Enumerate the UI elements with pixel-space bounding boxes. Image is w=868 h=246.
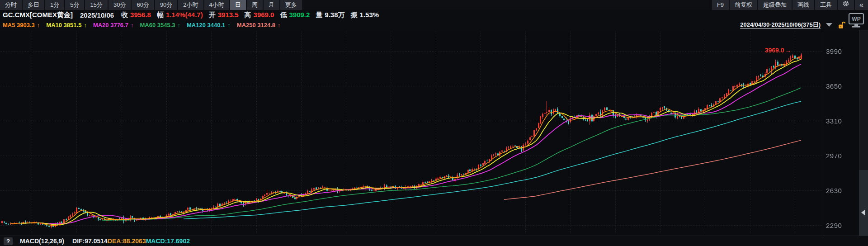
- ma-indicator-bar: MA5 3903.3↑MA10 3851.5↑MA20 3776.7↑MA60 …: [0, 20, 868, 30]
- up-arrow-icon: ↑: [227, 22, 231, 28]
- quote-field: 收3956.8: [121, 11, 151, 19]
- quote-field: 低3909.2: [280, 11, 310, 19]
- svg-text:WP: WP: [852, 16, 860, 22]
- collapse-panel-button[interactable]: «: [855, 0, 868, 10]
- right-tool-buttons: F9前复权超级叠加画线工具: [712, 0, 837, 10]
- up-arrow-icon: ↑: [131, 22, 134, 28]
- ma-value-MA60: MA60 3545.3↑: [140, 22, 180, 28]
- field-label: 高: [245, 11, 251, 19]
- quote-field: 高3969.0: [245, 11, 274, 19]
- double-chevron-left-icon: «: [859, 0, 863, 10]
- tab-90分[interactable]: 90分: [155, 0, 177, 10]
- quote-field: 幅1.14%(44.7): [157, 11, 203, 19]
- latest-price-label: 3969.0→: [765, 47, 792, 54]
- y-axis-tick: 3310: [826, 117, 856, 125]
- tab-15分[interactable]: 15分: [85, 0, 107, 10]
- chevron-down-icon[interactable]: [826, 23, 832, 27]
- macd-value: MACD:17.6902: [146, 237, 190, 245]
- visible-date-range[interactable]: 2024/04/30-2025/10/06(375日): [740, 21, 821, 29]
- quote-info-bar: GC.CMX[COMEX黄金] 2025/10/06 收3956.8幅1.14%…: [0, 10, 868, 20]
- ma-value-MA250: MA250 3124.8↑: [237, 22, 281, 28]
- tab-60分[interactable]: 60分: [132, 0, 154, 10]
- strip-highlight: [859, 170, 868, 236]
- field-value: 3913.5: [218, 11, 239, 19]
- quote-field: 开3913.5: [209, 11, 239, 19]
- macd-dif-value: DIF:97.0514: [72, 237, 108, 245]
- gear-icon: [842, 0, 849, 10]
- date-range-group: 2024/04/30-2025/10/06(375日): [740, 20, 845, 30]
- right-arrow-icon: →: [785, 47, 792, 54]
- tab-分时[interactable]: 分时: [0, 0, 22, 10]
- field-value: 3909.2: [289, 11, 310, 19]
- ma-values: MA5 3903.3↑MA10 3851.5↑MA20 3776.7↑MA60 …: [3, 22, 287, 28]
- toolbar-button-工具[interactable]: 工具: [815, 0, 837, 10]
- right-edge-panel-strip[interactable]: [859, 30, 868, 236]
- tab-4小时[interactable]: 4小时: [204, 0, 229, 10]
- tab-更多[interactable]: 更多: [280, 0, 302, 10]
- unlock-icon[interactable]: [838, 21, 845, 29]
- quote-date: 2025/10/06: [80, 11, 114, 19]
- ma-value-MA10: MA10 3851.5↑: [46, 22, 87, 28]
- indicator-help-button[interactable]: ?: [4, 237, 13, 245]
- macd-formula[interactable]: MACD(12,26,9): [20, 237, 64, 245]
- wp-monitor-icon[interactable]: WP: [848, 13, 864, 30]
- settings-button[interactable]: [838, 0, 854, 10]
- up-arrow-icon: ↑: [278, 22, 281, 28]
- ma-value-MA20: MA20 3776.7↑: [93, 22, 134, 28]
- tab-5分[interactable]: 5分: [65, 0, 84, 10]
- field-value: 3956.8: [130, 11, 151, 19]
- toolbar-button-超级叠加[interactable]: 超级叠加: [758, 0, 792, 10]
- macd-indicator-bar: ? MACD(12,26,9) DIF:97.0514 DEA:88.2063 …: [0, 236, 868, 246]
- up-arrow-icon: ↑: [37, 22, 40, 28]
- price-chart-canvas[interactable]: [0, 30, 868, 236]
- field-label: 振: [351, 11, 358, 19]
- tab-30分[interactable]: 30分: [108, 0, 131, 10]
- field-label: 收: [121, 11, 128, 19]
- field-label: 量: [316, 11, 322, 19]
- y-axis-tick: 3990: [826, 47, 856, 55]
- right-tools: F9前复权超级叠加画线工具 «: [712, 0, 868, 10]
- symbol-name[interactable]: GC.CMX[COMEX黄金]: [3, 11, 73, 19]
- ma-value-MA120: MA120 3440.1↑: [187, 22, 231, 28]
- field-label: 低: [280, 11, 287, 19]
- tab-1分[interactable]: 1分: [45, 0, 64, 10]
- toolbar-button-画线[interactable]: 画线: [793, 0, 814, 10]
- tab-日[interactable]: 日: [230, 0, 246, 10]
- y-axis-tick: 2290: [826, 222, 856, 229]
- toolbar-button-F9[interactable]: F9: [712, 0, 729, 10]
- y-axis-tick: 2970: [826, 152, 856, 160]
- field-value: 3969.0: [254, 11, 274, 19]
- tab-2小时[interactable]: 2小时: [178, 0, 203, 10]
- top-toolbar: 分时多日1分5分15分30分60分90分2小时4小时日周月更多 F9前复权超级叠…: [0, 0, 868, 10]
- quote-field: 振1.53%: [351, 11, 379, 19]
- tab-多日[interactable]: 多日: [23, 0, 44, 10]
- y-axis-tick: 3650: [826, 82, 856, 90]
- timeframe-tabs: 分时多日1分5分15分30分60分90分2小时4小时日周月更多: [0, 0, 302, 10]
- field-value: 1.53%: [360, 11, 379, 19]
- panel-expand-arrow-icon[interactable]: [861, 209, 865, 216]
- up-arrow-icon: ↑: [84, 22, 87, 28]
- up-arrow-icon: ↑: [178, 22, 181, 28]
- quote-field: 量9.38万: [316, 11, 344, 19]
- field-label: 开: [209, 11, 216, 19]
- field-value: 1.14%(44.7): [166, 11, 203, 19]
- toolbar-button-前复权[interactable]: 前复权: [730, 0, 757, 10]
- tab-周[interactable]: 周: [247, 0, 263, 10]
- y-axis-tick: 2630: [826, 187, 856, 194]
- tab-月[interactable]: 月: [264, 0, 279, 10]
- ma-value-MA5: MA5 3903.3↑: [3, 22, 40, 28]
- macd-dea-value: DEA:88.2063: [108, 237, 146, 245]
- field-value: 9.38万: [325, 11, 344, 19]
- quote-fields: 收3956.8幅1.14%(44.7)开3913.5高3969.0低3909.2…: [121, 11, 385, 19]
- field-label: 幅: [157, 11, 164, 19]
